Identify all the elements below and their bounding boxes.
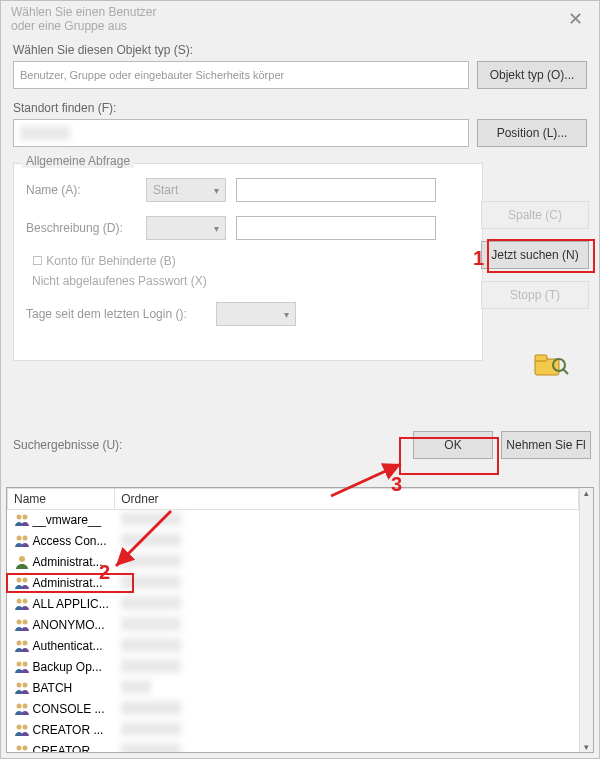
scrollbar[interactable]: ▴ ▾	[579, 488, 593, 752]
location-label: Standort finden (F):	[13, 101, 587, 115]
days-label: Tage seit dem letzten Login ():	[26, 307, 206, 321]
table-row[interactable]: Backup Op...	[8, 657, 579, 678]
query-tab[interactable]: Allgemeine Abfrage	[22, 154, 134, 168]
table-row[interactable]: ALL APPLIC...	[8, 594, 579, 615]
search-folder-icon	[533, 351, 569, 386]
table-row[interactable]: Administrat...	[8, 552, 579, 573]
search-now-button[interactable]: Jetzt suchen (N)	[481, 241, 589, 269]
object-type-button[interactable]: Objekt typ (O)...	[477, 61, 587, 89]
password-checkbox[interactable]: Nicht abgelaufenes Passwort (X)	[32, 274, 470, 288]
results-label: Suchergebnisse (U):	[13, 438, 405, 452]
scroll-up-icon[interactable]: ▴	[584, 488, 589, 498]
svg-point-19	[16, 683, 21, 688]
svg-point-9	[16, 578, 21, 583]
svg-point-23	[16, 725, 21, 730]
svg-point-12	[22, 599, 27, 604]
ok-button[interactable]: OK	[413, 431, 493, 459]
table-row[interactable]: CONSOLE ...	[8, 699, 579, 720]
svg-rect-1	[535, 355, 547, 361]
days-combo[interactable]: ▾	[216, 302, 296, 326]
query-panel: Allgemeine Abfrage Name (A): Start▾ Besc…	[13, 163, 483, 361]
svg-point-14	[22, 620, 27, 625]
table-row[interactable]: __vmware__	[8, 510, 579, 532]
svg-point-26	[22, 746, 27, 751]
dialog-title-1: Wählen Sie einen Benutzer	[11, 5, 156, 19]
location-button[interactable]: Position (L)...	[477, 119, 587, 147]
table-row[interactable]: ANONYMO...	[8, 615, 579, 636]
svg-point-21	[16, 704, 21, 709]
svg-point-15	[16, 641, 21, 646]
dialog-title-2: oder eine Gruppe aus	[11, 19, 156, 33]
table-row[interactable]: Access Con...	[8, 531, 579, 552]
name-input[interactable]	[236, 178, 436, 202]
name-label: Name (A):	[26, 183, 136, 197]
svg-line-3	[563, 369, 568, 374]
name-combo[interactable]: Start▾	[146, 178, 226, 202]
col-folder[interactable]: Ordner	[115, 489, 579, 510]
svg-point-4	[16, 515, 21, 520]
titlebar: Wählen Sie einen Benutzer oder eine Grup…	[1, 1, 599, 37]
table-row[interactable]: BATCH	[8, 678, 579, 699]
location-field[interactable]	[13, 119, 469, 147]
chevron-down-icon: ▾	[214, 223, 219, 234]
svg-point-8	[19, 556, 25, 562]
col-name[interactable]: Name	[8, 489, 115, 510]
scroll-down-icon[interactable]: ▾	[584, 742, 589, 752]
results-list: Name Ordner __vmware__Access Con...Admin…	[6, 487, 594, 753]
svg-point-16	[22, 641, 27, 646]
object-type-field[interactable]: Benutzer, Gruppe oder eingebauter Sicher…	[13, 61, 469, 89]
desc-combo[interactable]: ▾	[146, 216, 226, 240]
cancel-button[interactable]: Nehmen Sie Fl	[501, 431, 591, 459]
svg-point-13	[16, 620, 21, 625]
svg-point-18	[22, 662, 27, 667]
svg-point-10	[22, 578, 27, 583]
stop-button[interactable]: Stopp (T)	[481, 281, 589, 309]
svg-point-20	[22, 683, 27, 688]
svg-point-5	[22, 515, 27, 520]
chevron-down-icon: ▾	[284, 309, 289, 320]
table-row[interactable]: CREATOR ...	[8, 741, 579, 752]
table-row[interactable]: CREATOR ...	[8, 720, 579, 741]
table-row[interactable]: Administrat...	[8, 573, 579, 594]
svg-point-22	[22, 704, 27, 709]
table-row[interactable]: Authenticat...	[8, 636, 579, 657]
svg-point-25	[16, 746, 21, 751]
chevron-down-icon: ▾	[214, 185, 219, 196]
svg-point-11	[16, 599, 21, 604]
svg-point-7	[22, 536, 27, 541]
desc-input[interactable]	[236, 216, 436, 240]
svg-point-17	[16, 662, 21, 667]
object-type-label: Wählen Sie diesen Objekt typ (S):	[13, 43, 587, 57]
close-icon[interactable]: ✕	[562, 8, 589, 30]
svg-point-6	[16, 536, 21, 541]
svg-point-24	[22, 725, 27, 730]
columns-button[interactable]: Spalte (C)	[481, 201, 589, 229]
disabled-checkbox[interactable]: ☐ Konto für Behinderte (B)	[32, 254, 470, 268]
desc-label: Beschreibung (D):	[26, 221, 136, 235]
